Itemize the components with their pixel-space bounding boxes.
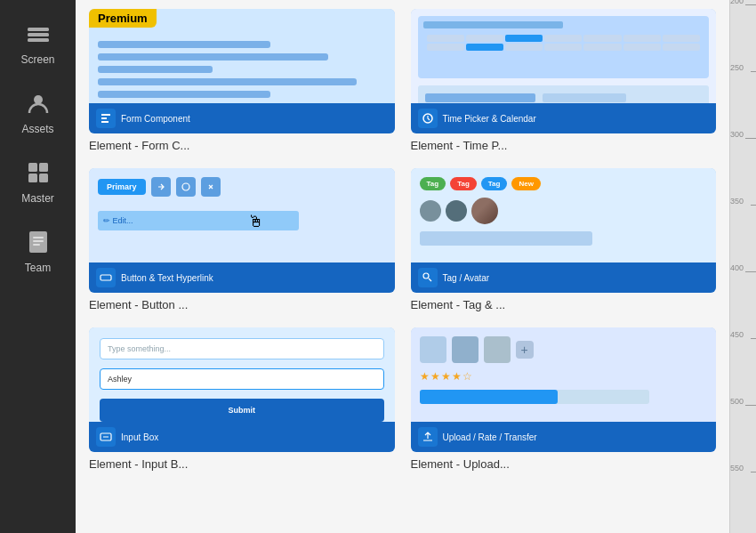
card-time-picker[interactable]: Time Picker & Calendar Element - Time P.…: [411, 9, 717, 152]
premium-badge: Premium: [89, 9, 157, 28]
ruler-marks: 200 250 300 350 400 450 500 550: [730, 0, 756, 533]
svg-point-13: [182, 183, 189, 190]
thumb-line: [98, 41, 270, 48]
sidebar-item-master[interactable]: Master: [7, 148, 69, 214]
svg-rect-6: [28, 174, 37, 182]
ruler-num: 450: [730, 330, 744, 339]
svg-rect-11: [33, 244, 40, 246]
thumb-footer-label: Form Component: [121, 114, 190, 124]
card-tag-thumbnail: Tag Tag Tag New: [411, 168, 717, 293]
thumb-footer-time: Time Picker & Calendar: [411, 103, 717, 133]
element-icon: [96, 268, 116, 287]
grid-icon: [22, 157, 54, 189]
sidebar-item-assets[interactable]: Assets: [7, 78, 69, 144]
tag-orange: New: [511, 177, 540, 190]
svg-rect-10: [33, 240, 44, 242]
ruler-mark-250: 250: [751, 71, 756, 72]
svg-rect-7: [39, 174, 48, 182]
svg-rect-5: [39, 163, 48, 172]
svg-point-3: [34, 95, 43, 104]
sidebar-item-screen-label: Screen: [20, 53, 54, 66]
sidebar-item-team[interactable]: Team: [7, 217, 69, 283]
upload-avatar-1: [420, 336, 446, 363]
avatar-row: [420, 198, 708, 224]
thumb-line: [98, 91, 270, 98]
svg-point-15: [423, 273, 429, 279]
tag-red: Tag: [450, 177, 477, 190]
card-tag-avatar[interactable]: Tag Tag Tag New: [411, 168, 717, 311]
thumb-footer-label: Input Box: [121, 432, 158, 442]
thumb-line: [98, 53, 328, 61]
element-icon: [418, 109, 438, 128]
thumb-footer-form: Form Component: [89, 103, 395, 133]
card-tag-label: Element - Tag & ...: [411, 298, 717, 311]
ruler-mark-300: 300: [745, 138, 756, 139]
card-form-component[interactable]: Premium Form Component Element - Form C.…: [89, 9, 395, 152]
sidebar-item-team-label: Team: [25, 262, 51, 274]
ruler-num: 400: [730, 263, 744, 272]
svg-rect-2: [28, 38, 49, 42]
card-time-thumbnail: Time Picker & Calendar: [411, 9, 717, 133]
thumb-footer-label: Button & Text Hyperlink: [121, 273, 213, 283]
tag-green: Tag: [420, 177, 446, 190]
ruler-tick: [751, 205, 756, 206]
thumb-footer-label: Tag / Avatar: [443, 273, 490, 283]
card-upload-rate[interactable]: + ★★★★☆ Upload / Rate / Transfer Element…: [411, 327, 717, 471]
ruler-num: 500: [730, 397, 744, 406]
card-button-label: Element - Button ...: [89, 298, 395, 311]
progress-bar-bg: [420, 390, 650, 404]
fake-btn-icon3: [201, 177, 221, 197]
card-form-label: Element - Form C...: [89, 139, 395, 152]
thumb-footer-label: Upload / Rate / Transfer: [443, 432, 537, 442]
ruler-mark-550: 550: [751, 472, 756, 472]
svg-rect-1: [28, 33, 49, 36]
edit-bar: ✏ Edit...: [98, 211, 299, 230]
ruler-num: 200: [730, 0, 744, 5]
upload-avatar-3: [484, 336, 511, 363]
svg-rect-9: [33, 237, 44, 238]
person-icon: [22, 87, 54, 119]
input-filled: Ashley: [100, 368, 384, 390]
card-input-label: Element - Input B...: [89, 457, 395, 471]
svg-rect-4: [28, 163, 37, 172]
card-upload-thumbnail: + ★★★★☆ Upload / Rate / Transfer: [411, 327, 717, 452]
ruler-tick: [745, 271, 756, 272]
ruler-num: 250: [730, 63, 744, 72]
ruler-tick: [745, 405, 756, 406]
thumb-line: [98, 66, 213, 73]
btn-row: Primary: [98, 177, 386, 197]
avatar-photo: [471, 198, 498, 224]
ruler-mark-200: 200: [745, 4, 756, 5]
ruler: 200 250 300 350 400 450 500 550: [729, 0, 756, 533]
ruler-tick: [745, 4, 756, 5]
card-button[interactable]: Primary ✏ Edit...: [89, 168, 395, 311]
fake-btn-icon2: [176, 177, 196, 197]
card-input-box[interactable]: Type something... Ashley Submit Input Bo…: [89, 327, 395, 471]
ruler-tick: [751, 71, 756, 72]
tag-blue: Tag: [481, 177, 508, 190]
thumb-footer-button: Button & Text Hyperlink: [89, 262, 395, 293]
element-icon: [418, 427, 438, 447]
layers-icon: [22, 18, 54, 50]
star-rating: ★★★★☆: [420, 370, 708, 383]
document-icon: [22, 226, 54, 258]
element-icon: [418, 268, 438, 287]
card-upload-label: Element - Upload...: [411, 457, 717, 471]
svg-rect-0: [28, 28, 49, 31]
thumb-footer-input: Input Box: [89, 422, 395, 452]
sidebar: Screen Assets Master: [0, 0, 76, 533]
svg-rect-14: [101, 275, 111, 280]
sidebar-item-screen[interactable]: Screen: [7, 9, 69, 75]
thumb-line: [98, 78, 357, 85]
sidebar-item-master-label: Master: [21, 192, 54, 205]
ruler-num: 350: [730, 197, 744, 206]
ruler-tick: [745, 138, 756, 139]
avatar-circle-2: [446, 200, 467, 222]
add-icon: +: [516, 341, 534, 359]
cal-grid: [423, 31, 704, 54]
main-content: Premium Form Component Element - Form C.…: [76, 0, 729, 533]
card-form-thumbnail: Premium Form Component: [89, 9, 395, 133]
input-placeholder: Type something...: [100, 338, 384, 359]
fake-btn-icon1: [151, 177, 171, 197]
cards-grid: Premium Form Component Element - Form C.…: [89, 9, 716, 471]
